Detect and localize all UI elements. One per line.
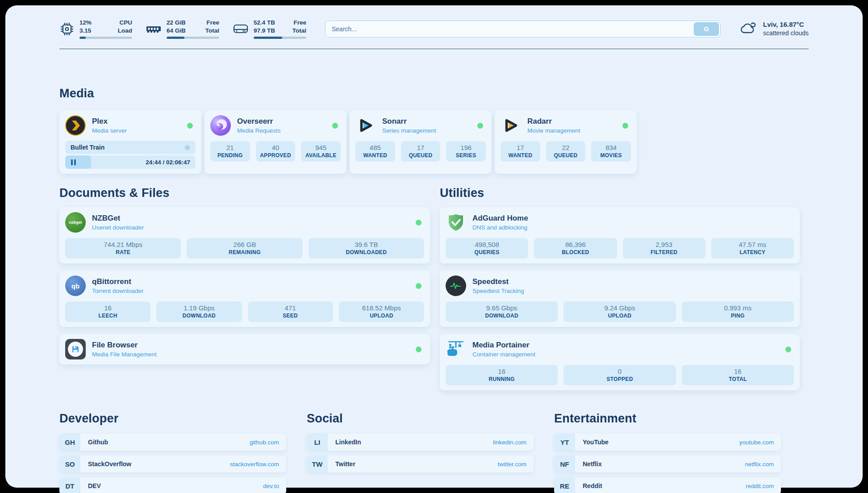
stat-value: 744.21 Mbps	[66, 241, 180, 248]
app-card-nzbget[interactable]: nzbget NZBGet Usenet downloader 744.21 M…	[59, 207, 430, 263]
cpu-load-value: 3.15	[79, 27, 92, 35]
app-card-portainer[interactable]: Media Portainer Container management 16 …	[440, 334, 800, 390]
app-card-radarr[interactable]: Radarr Movie management 17 WANTED 22 QUE…	[495, 110, 637, 174]
stat-box: 498,508 QUERIES	[446, 238, 528, 259]
app-subtitle: Media File Management	[92, 351, 157, 359]
bookmark-twitter[interactable]: TW Twitter twitter.com	[307, 455, 534, 472]
bookmark-name: Twitter	[335, 460, 355, 468]
stat-value: 0	[564, 368, 675, 375]
stat-label: SERIES	[447, 152, 485, 159]
cpu-label-bottom: Load	[118, 27, 132, 35]
app-subtitle: Container management	[472, 351, 535, 359]
stat-box: 744.21 Mbps RATE	[65, 238, 181, 259]
stat-value: 86,396	[535, 241, 616, 248]
cpu-usage-value: 12%	[79, 19, 92, 27]
memory-values: 22 GiB 64 GiB	[167, 19, 186, 34]
stat-box: 22 QUEUED	[546, 141, 586, 162]
disk-progress-fill	[254, 37, 282, 39]
developer-links: GH Github github.com SO StackOverflow st…	[59, 434, 286, 493]
qbittorrent-icon: qb	[65, 276, 86, 296]
stat-value: 9.24 Gbps	[564, 304, 675, 312]
header-bar: 12% 3.15 CPU Load	[59, 5, 809, 39]
status-indicator	[622, 123, 628, 129]
app-card-filebrowser[interactable]: File Browser Media File Management	[59, 334, 430, 364]
search-bar: G	[325, 21, 721, 38]
stat-value: 40	[257, 144, 295, 151]
bookmark-name: Github	[88, 439, 108, 446]
cpu-widget: 12% 3.15 CPU Load	[59, 19, 132, 39]
stat-label: SEED	[249, 313, 332, 319]
nzbget-stats: 744.21 Mbps RATE 266 GB REMAINING 39.6 T…	[65, 238, 424, 259]
disk-free-value: 52.4 TB	[254, 19, 275, 27]
app-title: Speedtest	[472, 277, 524, 287]
stat-box: 0 STOPPED	[563, 365, 676, 385]
stat-box: 2,953 FILTERED	[623, 238, 705, 259]
app-title: qBittorrent	[92, 277, 144, 287]
weather-condition: scattered clouds	[763, 29, 809, 38]
app-card-adguard[interactable]: AdGuard Home DNS and adblocking 498,508 …	[440, 207, 800, 263]
bookmark-youtube[interactable]: YT YouTube youtube.com	[554, 434, 781, 451]
disk-labels: Free Total	[292, 19, 306, 34]
qbittorrent-stats: 16 LEECH 1.19 Gbps DOWNLOAD 471 SEED 6	[65, 301, 424, 322]
cpu-labels: CPU Load	[118, 19, 132, 34]
app-card-sonarr[interactable]: Sonarr Series management 485 WANTED 17 Q…	[350, 110, 492, 174]
cpu-chip-icon	[59, 21, 75, 37]
radarr-icon	[501, 115, 521, 136]
bookmark-dev[interactable]: DT DEV dev.to	[59, 477, 286, 493]
search-engine-button[interactable]: G	[694, 22, 719, 36]
stat-label: AVAILABLE	[302, 152, 340, 159]
app-card-speedtest[interactable]: Speedtest Speedtest Tracking 9.65 Gbps D…	[440, 271, 800, 327]
stat-box: 945 AVAILABLE	[301, 141, 341, 162]
stat-label: FILTERED	[624, 249, 705, 255]
bookmark-url: dev.to	[263, 483, 279, 489]
stat-label: LATENCY	[712, 249, 793, 255]
gear-icon[interactable]	[184, 144, 191, 151]
stat-value: 1.19 Gbps	[157, 304, 241, 312]
bookmark-url: reddit.com	[746, 483, 774, 489]
stat-label: BLOCKED	[535, 249, 616, 255]
bookmark-abbr: NF	[554, 455, 575, 472]
overseerr-stats: 21 PENDING 40 APPROVED 945 AVAILABLE	[210, 141, 341, 162]
radarr-header-row: Radarr Movie management	[501, 115, 631, 136]
dashboard-panel: 12% 3.15 CPU Load	[5, 5, 863, 488]
memory-widget-body: 22 GiB 64 GiB Free Total	[167, 19, 219, 39]
bookmark-reddit[interactable]: RE Reddit reddit.com	[554, 477, 781, 493]
portainer-crane-icon	[446, 339, 466, 359]
stat-box: 485 WANTED	[355, 141, 395, 162]
bookmark-netflix[interactable]: NF Netflix netflix.com	[554, 455, 781, 472]
bookmark-name: StackOverflow	[88, 460, 131, 468]
portainer-stats: 16 RUNNING 0 STOPPED 16 TOTAL	[446, 365, 794, 385]
overseerr-icon	[210, 115, 231, 136]
stat-box: 1.19 Gbps DOWNLOAD	[156, 301, 242, 322]
pause-icon[interactable]	[71, 159, 76, 165]
hard-drive-icon	[233, 21, 249, 37]
app-card-overseerr[interactable]: Overseerr Media Requests 21 PENDING 40 A…	[204, 110, 346, 174]
stat-label: WANTED	[356, 152, 394, 159]
section-heading-social: Social	[307, 412, 534, 426]
app-card-plex[interactable]: Plex Media server Bullet Train	[59, 110, 201, 174]
entertainment-links: YT YouTube youtube.com NF Netflix netfli…	[554, 434, 781, 493]
section-heading-entertainment: Entertainment	[554, 412, 781, 426]
utilities-column: Utilities	[440, 186, 800, 390]
app-card-qbittorrent[interactable]: qb qBittorrent Torrent downloader 16 LEE…	[59, 271, 430, 327]
now-playing-title: Bullet Train	[71, 144, 104, 151]
playback-progress-bar[interactable]: 24:44 / 02:06:47	[65, 155, 196, 169]
bookmark-stackoverflow[interactable]: SO StackOverflow stackoverflow.com	[59, 455, 286, 472]
app-title: Plex	[92, 117, 127, 126]
sonarr-header-row: Sonarr Series management	[355, 115, 486, 136]
stat-box: 21 PENDING	[210, 141, 250, 162]
nzbget-titles: NZBGet Usenet downloader	[92, 213, 144, 232]
nzbget-header-row: nzbget NZBGet Usenet downloader	[65, 212, 424, 233]
bookmark-github[interactable]: GH Github github.com	[59, 434, 286, 451]
search-input[interactable]	[325, 21, 721, 38]
stat-box: 618.52 Mbps UPLOAD	[339, 301, 424, 322]
app-subtitle: DNS and adblocking	[472, 224, 528, 232]
bookmark-linkedin[interactable]: LI LinkedIn linkedin.com	[307, 434, 534, 451]
bookmark-name: LinkedIn	[335, 439, 361, 446]
stat-label: DOWNLOADED	[309, 249, 423, 255]
bookmark-url: github.com	[250, 439, 279, 446]
bookmark-abbr: RE	[554, 477, 575, 493]
status-indicator	[187, 123, 193, 129]
stat-box: 16 TOTAL	[682, 365, 794, 385]
header-divider	[59, 49, 809, 49]
